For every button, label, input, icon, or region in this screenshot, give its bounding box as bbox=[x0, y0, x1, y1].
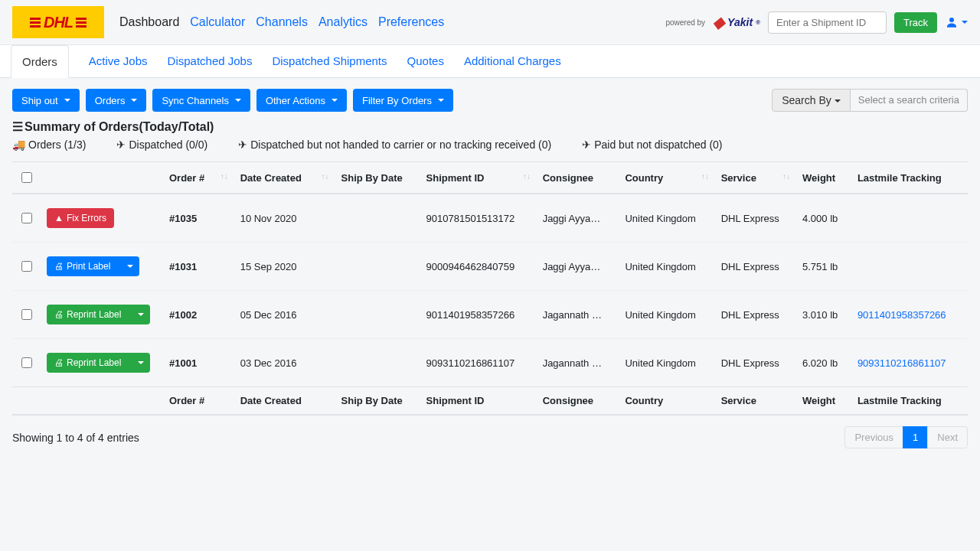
date-created: 05 Dec 2016 bbox=[234, 291, 335, 339]
sort-icon[interactable]: ↑↓ bbox=[322, 172, 329, 181]
table-row: 🖨 Print Label#103115 Sep 202090009464628… bbox=[12, 243, 968, 291]
row-checkbox[interactable] bbox=[21, 309, 32, 320]
stat-dispatched: ✈Dispatched (0/0) bbox=[116, 139, 207, 151]
print-icon: 🖨 bbox=[54, 357, 64, 368]
col-shipby: Ship By Date bbox=[335, 162, 420, 194]
stat-orders: 🚚Orders (1/3) bbox=[12, 139, 86, 151]
consignee: Jagannath … bbox=[537, 291, 619, 339]
filter-orders-button[interactable]: Filter By Orders bbox=[353, 89, 453, 112]
warning-icon: ▲ bbox=[54, 213, 64, 223]
service: DHL Express bbox=[715, 339, 796, 387]
reprint-label-button-dropdown[interactable] bbox=[129, 353, 150, 373]
brand-logo[interactable]: DHL bbox=[12, 6, 104, 38]
sub-tabs: Orders Active Jobs Dispatched Jobs Dispa… bbox=[0, 45, 980, 78]
order-number: #1002 bbox=[169, 309, 197, 321]
date-created: 15 Sep 2020 bbox=[234, 243, 335, 291]
service: DHL Express bbox=[715, 243, 796, 291]
shipment-id: 9011401958357266 bbox=[420, 291, 537, 339]
page-1[interactable]: 1 bbox=[903, 426, 928, 448]
print-icon: 🖨 bbox=[54, 309, 64, 320]
col-date: Date Created↑↓ bbox=[234, 162, 335, 194]
entries-info: Showing 1 to 4 of 4 entries bbox=[12, 432, 139, 444]
search-by-button[interactable]: Search By bbox=[772, 89, 851, 112]
reprint-label-button[interactable]: 🖨 Reprint Label bbox=[47, 305, 129, 324]
other-actions-button[interactable]: Other Actions bbox=[256, 89, 347, 112]
tab-orders[interactable]: Orders bbox=[11, 45, 69, 78]
search-criteria-field[interactable]: Select a search criteria bbox=[851, 89, 968, 112]
reprint-label-button-dropdown[interactable] bbox=[129, 305, 150, 324]
nav-channels[interactable]: Channels bbox=[256, 15, 308, 29]
print-label-button-dropdown[interactable] bbox=[118, 256, 139, 276]
shipment-id: 9093110216861107 bbox=[420, 339, 537, 387]
sort-icon[interactable]: ↑↓ bbox=[523, 172, 531, 181]
pagination: Previous 1 Next bbox=[845, 426, 968, 448]
country: United Kingdom bbox=[619, 194, 714, 243]
consignee: Jagannath … bbox=[537, 339, 619, 387]
tab-dispatched-shipments[interactable]: Dispatched Shipments bbox=[272, 45, 387, 77]
shipment-id: 9000946462840759 bbox=[420, 243, 537, 291]
ship-out-button[interactable]: Ship out bbox=[12, 89, 80, 112]
row-checkbox[interactable] bbox=[21, 357, 32, 368]
plane-icon: ✈ bbox=[582, 139, 591, 151]
select-all-checkbox[interactable] bbox=[21, 172, 32, 183]
tab-dispatched-jobs[interactable]: Dispatched Jobs bbox=[168, 45, 253, 77]
ship-by-date bbox=[335, 291, 420, 339]
shipment-id: 9010781501513172 bbox=[420, 194, 537, 243]
shipment-id-input[interactable] bbox=[768, 11, 887, 34]
stat-not-handed: ✈Dispatched but not handed to carrier or… bbox=[238, 139, 551, 151]
top-nav: Dashboard Calculator Channels Analytics … bbox=[119, 15, 444, 29]
summary-stats: 🚚Orders (1/3) ✈Dispatched (0/0) ✈Dispatc… bbox=[12, 139, 968, 151]
country: United Kingdom bbox=[619, 243, 714, 291]
nav-analytics[interactable]: Analytics bbox=[318, 15, 368, 29]
table-row: ▲ Fix Errors#103510 Nov 2020901078150151… bbox=[12, 194, 968, 243]
weight: 3.010 lb bbox=[796, 291, 851, 339]
weight: 6.020 lb bbox=[796, 339, 851, 387]
service: DHL Express bbox=[715, 291, 796, 339]
print-label-button[interactable]: 🖨 Print Label bbox=[47, 256, 118, 276]
sort-icon[interactable]: ↑↓ bbox=[782, 172, 790, 181]
top-bar: DHL Dashboard Calculator Channels Analyt… bbox=[0, 0, 980, 45]
weight: 5.751 lb bbox=[796, 243, 851, 291]
nav-calculator[interactable]: Calculator bbox=[190, 15, 245, 29]
orders-button[interactable]: Orders bbox=[86, 89, 147, 112]
powered-by-label: powered by bbox=[665, 18, 705, 27]
page-next[interactable]: Next bbox=[927, 426, 968, 448]
ship-by-date bbox=[335, 194, 420, 243]
nav-preferences[interactable]: Preferences bbox=[378, 15, 444, 29]
page-prev[interactable]: Previous bbox=[844, 426, 903, 448]
user-menu-icon[interactable] bbox=[945, 15, 968, 29]
svg-point-0 bbox=[949, 18, 954, 22]
yakit-text: Yakit bbox=[727, 16, 753, 28]
fix-errors-button[interactable]: ▲ Fix Errors bbox=[47, 208, 114, 228]
order-number: #1001 bbox=[169, 357, 197, 369]
tab-quotes[interactable]: Quotes bbox=[407, 45, 444, 77]
main-content: Ship out Orders Sync Channels Other Acti… bbox=[0, 78, 980, 459]
service: DHL Express bbox=[715, 194, 796, 243]
truck-icon: 🚚 bbox=[12, 139, 25, 151]
table-row: 🖨 Reprint Label#100103 Dec 2016909311021… bbox=[12, 339, 968, 387]
ship-by-date bbox=[335, 243, 420, 291]
plane-icon: ✈ bbox=[116, 139, 126, 151]
consignee: Jaggi Ayya… bbox=[537, 194, 619, 243]
yakit-icon: ◆ bbox=[713, 15, 724, 30]
sort-icon[interactable]: ↑↓ bbox=[220, 172, 228, 181]
orders-table: Order #↑↓ Date Created↑↓ Ship By Date Sh… bbox=[12, 161, 968, 416]
row-checkbox[interactable] bbox=[21, 261, 32, 272]
sync-channels-button[interactable]: Sync Channels bbox=[152, 89, 250, 112]
table-row: 🖨 Reprint Label#100205 Dec 2016901140195… bbox=[12, 291, 968, 339]
tab-additional-charges[interactable]: Additional Charges bbox=[464, 45, 561, 77]
stat-paid-not-dispatched: ✈Paid but not dispatched (0) bbox=[582, 139, 722, 151]
tab-active-jobs[interactable]: Active Jobs bbox=[89, 45, 148, 77]
sort-icon[interactable]: ↑↓ bbox=[701, 172, 709, 181]
logo-text: DHL bbox=[44, 14, 73, 31]
tracking-link[interactable]: 9011401958357266 bbox=[858, 309, 946, 321]
country: United Kingdom bbox=[619, 291, 714, 339]
nav-dashboard[interactable]: Dashboard bbox=[119, 15, 179, 29]
summary-heading: ☰ Summary of Orders(Today/Total) bbox=[12, 119, 968, 134]
track-button[interactable]: Track bbox=[894, 12, 937, 33]
reprint-label-button[interactable]: 🖨 Reprint Label bbox=[47, 353, 129, 373]
col-order: Order #↑↓ bbox=[163, 162, 234, 194]
tracking-link[interactable]: 9093110216861107 bbox=[858, 357, 946, 369]
order-number: #1031 bbox=[169, 261, 197, 272]
row-checkbox[interactable] bbox=[21, 213, 32, 223]
